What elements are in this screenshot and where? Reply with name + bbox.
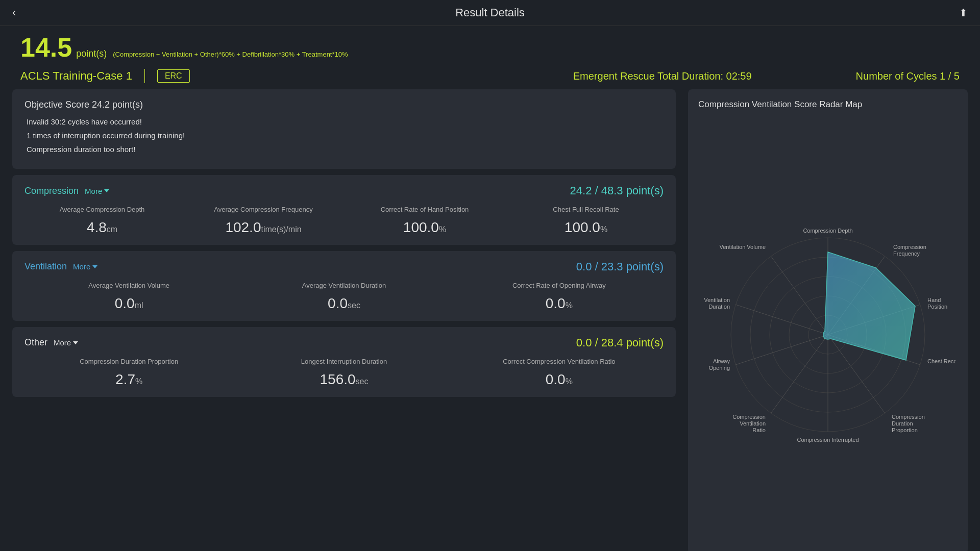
ventilation-score: 0.0 / 23.3 point(s) — [576, 260, 664, 273]
ventilation-more-label: More — [73, 262, 90, 271]
other-chevron-icon — [73, 341, 78, 344]
compression-title: Compression — [24, 186, 79, 196]
metric-avg-depth: Average Compression Depth 4.8cm — [24, 206, 180, 236]
metric-comp-duration: Compression Duration Proportion 2.7% — [24, 358, 233, 388]
main-content: Objective Score 24.2 point(s) Invalid 30… — [0, 89, 980, 551]
metric-cv-ratio-label: Correct Compression Ventilation Ratio — [503, 358, 615, 366]
share-button[interactable]: ⬆ — [959, 7, 968, 19]
metric-chest-recoil: Chest Full Recoil Rate 100.0% — [508, 206, 664, 236]
training-name: ACLS Training-Case 1 — [20, 69, 132, 83]
metric-vent-duration: Average Ventilation Duration 0.0sec — [239, 282, 448, 312]
radar-label-vent-dur2: Duration — [708, 304, 730, 310]
score-unit: point(s) — [76, 48, 107, 59]
compression-title-group: Compression More — [24, 186, 109, 196]
svg-line-12 — [736, 335, 828, 365]
main-score: 14.5 — [20, 34, 72, 61]
metric-airway: Correct Rate of Opening Airway 0.0% — [455, 282, 664, 312]
objective-msg-1: Invalid 30:2 cycles have occurred! — [24, 117, 664, 126]
ventilation-metrics: Average Ventilation Volume 0.0ml Average… — [24, 282, 664, 312]
radar-label-hand-pos2: Position — [927, 304, 947, 310]
score-formula: (Compression + Ventilation + Other)*60% … — [113, 51, 348, 58]
radar-container: Compression Depth Compression Frequency … — [698, 118, 958, 541]
metric-hand-position-value: 100.0% — [403, 219, 446, 236]
radar-label-airway2: Opening — [708, 365, 730, 371]
other-title-group: Other More — [24, 337, 78, 348]
radar-label-comp-dur-prop2: Duration — [892, 420, 913, 427]
metric-chest-recoil-value: 100.0% — [565, 219, 607, 236]
metric-avg-freq-value: 102.0time(s)/min — [225, 219, 301, 236]
metric-longest-interrupt-label: Longest Interruption Duration — [301, 358, 387, 366]
metric-avg-freq-label: Average Compression Frequency — [214, 206, 312, 214]
compression-score: 24.2 / 48.3 point(s) — [570, 184, 664, 197]
metric-vent-volume-label: Average Ventilation Volume — [88, 282, 169, 290]
radar-label-chest-recoil: Chest Recoil — [927, 358, 955, 364]
metric-avg-freq: Average Compression Frequency 102.0time(… — [186, 206, 341, 236]
info-row: ACLS Training-Case 1 ERC Emergent Rescue… — [0, 65, 980, 89]
compression-chevron-icon — [104, 189, 109, 192]
svg-line-11 — [771, 335, 828, 413]
metric-comp-duration-value: 2.7% — [115, 371, 142, 388]
other-more-label: More — [54, 338, 71, 347]
radar-label-comp-interrupted: Compression Interrupted — [797, 437, 859, 443]
radar-label-comp-dur-prop3: Proportion — [892, 427, 918, 433]
radar-label-airway: Airway — [713, 358, 730, 364]
metric-comp-duration-label: Compression Duration Proportion — [80, 358, 178, 366]
page-title: Result Details — [455, 6, 525, 19]
radar-label-comp-depth: Compression Depth — [803, 228, 852, 234]
left-panel: Objective Score 24.2 point(s) Invalid 30… — [12, 89, 682, 551]
svg-marker-15 — [823, 252, 915, 360]
compression-section: Compression More 24.2 / 48.3 point(s) Av… — [12, 175, 676, 245]
other-more-button[interactable]: More — [54, 338, 78, 347]
radar-card: Compression Ventilation Score Radar Map — [688, 89, 968, 551]
objective-title: Objective Score 24.2 point(s) — [24, 99, 664, 110]
compression-more-button[interactable]: More — [85, 187, 109, 195]
right-panel: Compression Ventilation Score Radar Map — [682, 89, 968, 551]
radar-label-cv-ratio2: Ventilation — [740, 420, 766, 427]
metric-avg-depth-label: Average Compression Depth — [60, 206, 145, 214]
compression-more-label: More — [85, 187, 102, 195]
svg-line-14 — [771, 257, 828, 335]
metric-vent-duration-label: Average Ventilation Duration — [302, 282, 386, 290]
cycles-stat: Number of Cycles 1 / 5 — [856, 70, 960, 82]
svg-line-13 — [736, 305, 828, 335]
other-header: Other More 0.0 / 28.4 point(s) — [24, 336, 664, 349]
metric-cv-ratio: Correct Compression Ventilation Ratio 0.… — [455, 358, 664, 388]
metric-vent-duration-value: 0.0sec — [328, 295, 360, 312]
ventilation-chevron-icon — [92, 265, 97, 268]
ventilation-more-button[interactable]: More — [73, 262, 97, 271]
back-button[interactable]: ‹ — [12, 6, 16, 19]
other-metrics: Compression Duration Proportion 2.7% Lon… — [24, 358, 664, 388]
objective-msg-3: Compression duration too short! — [24, 145, 664, 154]
radar-label-cv-ratio3: Ratio — [752, 427, 766, 433]
other-score: 0.0 / 28.4 point(s) — [576, 336, 664, 349]
metric-chest-recoil-label: Chest Full Recoil Rate — [553, 206, 619, 214]
duration-stat: Emergent Rescue Total Duration: 02:59 — [573, 70, 752, 82]
metric-airway-value: 0.0% — [546, 295, 573, 312]
radar-label-cv-ratio: Compression — [732, 414, 766, 420]
metric-airway-label: Correct Rate of Opening Airway — [512, 282, 606, 290]
other-section: Other More 0.0 / 28.4 point(s) Compressi… — [12, 327, 676, 397]
ventilation-header: Ventilation More 0.0 / 23.3 point(s) — [24, 260, 664, 273]
metric-vent-volume: Average Ventilation Volume 0.0ml — [24, 282, 233, 312]
metric-avg-depth-value: 4.8cm — [87, 219, 117, 236]
metric-cv-ratio-value: 0.0% — [546, 371, 573, 388]
radar-label-comp-freq: Compression — [893, 244, 926, 250]
radar-title: Compression Ventilation Score Radar Map — [698, 99, 958, 110]
radar-chart: Compression Depth Compression Frequency … — [700, 187, 955, 472]
metric-vent-volume-value: 0.0ml — [115, 295, 143, 312]
metric-longest-interrupt: Longest Interruption Duration 156.0sec — [239, 358, 448, 388]
erc-badge: ERC — [157, 69, 190, 83]
radar-label-comp-dur-prop: Compression — [892, 414, 925, 420]
header: ‹ Result Details ⬆ — [0, 0, 980, 26]
radar-label-comp-freq2: Frequency — [893, 251, 920, 257]
score-row: 14.5 point(s) (Compression + Ventilation… — [0, 26, 980, 65]
radar-label-hand-pos: Hand — [927, 297, 941, 303]
metric-hand-position-label: Correct Rate of Hand Position — [381, 206, 469, 214]
objective-msg-2: 1 times of interruption occurred during … — [24, 131, 664, 140]
divider — [144, 69, 145, 83]
other-title: Other — [24, 337, 47, 348]
metric-hand-position: Correct Rate of Hand Position 100.0% — [347, 206, 502, 236]
radar-label-vent-dur: Ventilation — [704, 297, 730, 303]
radar-label-vent-vol: Ventilation Volume — [719, 244, 766, 250]
objective-card: Objective Score 24.2 point(s) Invalid 30… — [12, 89, 676, 169]
